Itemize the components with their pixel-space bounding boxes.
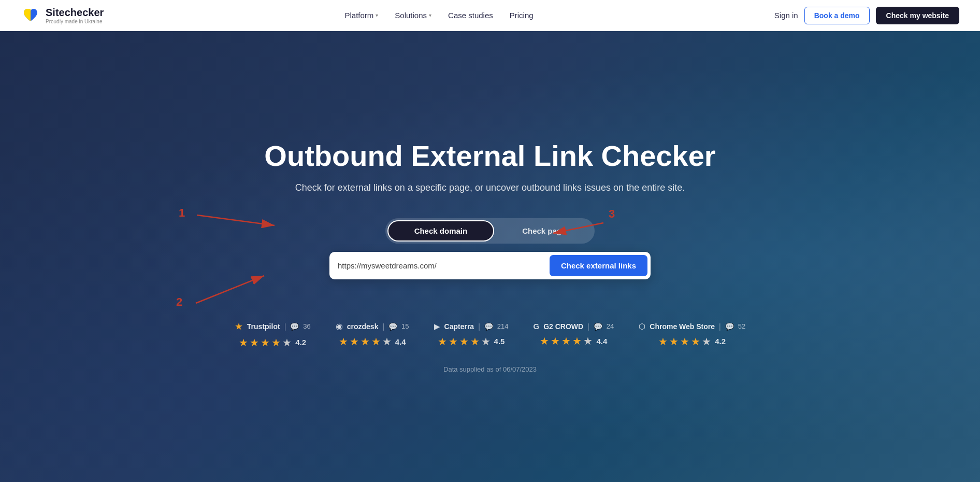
check-external-links-button[interactable]: Check external links bbox=[550, 255, 647, 276]
page-title: Outbound External Link Checker bbox=[264, 140, 715, 172]
rating-trustpilot: ★ Trustpilot | 💬 36 ★ ★ ★ ★ ★ 4.2 bbox=[235, 321, 311, 349]
chevron-down-icon: ▾ bbox=[429, 12, 431, 18]
star-rating: ★ ★ ★ ★ ★ 4.5 bbox=[438, 335, 505, 348]
g2-icon: G bbox=[533, 322, 539, 331]
logo-text: Sitechecker Proudly made in Ukraine bbox=[46, 7, 104, 24]
logo-name: Sitechecker bbox=[46, 7, 104, 19]
crozdesk-icon: ◉ bbox=[336, 321, 343, 331]
star-rating: ★ ★ ★ ★ ★ 4.4 bbox=[339, 335, 406, 348]
chat-icon: 💬 bbox=[388, 322, 397, 331]
chevron-down-icon: ▾ bbox=[376, 12, 378, 18]
rating-capterra: ▶ Capterra | 💬 214 ★ ★ ★ ★ ★ 4.5 bbox=[434, 322, 509, 348]
url-input[interactable] bbox=[338, 261, 550, 270]
check-website-button[interactable]: Check my website bbox=[876, 7, 959, 24]
url-search-bar: Check external links bbox=[329, 252, 651, 279]
hero-section: 1 2 3 Outbound External Link Checker Che… bbox=[0, 31, 980, 482]
tab-check-page[interactable]: Check page bbox=[495, 220, 593, 242]
chrome-icon: ⬡ bbox=[639, 322, 645, 331]
nav-platform[interactable]: Platform ▾ bbox=[344, 11, 378, 20]
rating-g2crowd: G G2 CROWD | 💬 24 ★ ★ ★ ★ ★ 4.4 bbox=[533, 322, 614, 347]
chat-icon: 💬 bbox=[725, 322, 734, 331]
tab-check-domain[interactable]: Check domain bbox=[387, 220, 495, 242]
nav-solutions[interactable]: Solutions ▾ bbox=[395, 11, 431, 20]
book-demo-button[interactable]: Book a demo bbox=[804, 7, 870, 24]
star-rating: ★ ★ ★ ★ ★ 4.4 bbox=[540, 335, 607, 347]
nav-links: Platform ▾ Solutions ▾ Case studies Pric… bbox=[344, 11, 533, 20]
hero-subtitle: Check for external links on a specific p… bbox=[295, 182, 685, 193]
nav-actions: Sign in Book a demo Check my website bbox=[774, 7, 959, 24]
signin-button[interactable]: Sign in bbox=[774, 11, 798, 20]
capterra-icon: ▶ bbox=[434, 322, 440, 331]
logo-sub: Proudly made in Ukraine bbox=[46, 19, 104, 24]
data-note: Data supplied as of 06/07/2023 bbox=[443, 365, 537, 373]
logo-icon bbox=[21, 6, 40, 25]
chat-icon: 💬 bbox=[290, 322, 299, 331]
chat-icon: 💬 bbox=[484, 322, 493, 331]
navbar: Sitechecker Proudly made in Ukraine Plat… bbox=[0, 0, 980, 31]
ratings-row: ★ Trustpilot | 💬 36 ★ ★ ★ ★ ★ 4.2 bbox=[235, 321, 745, 349]
chat-icon: 💬 bbox=[594, 322, 602, 331]
rating-crozdesk: ◉ crozdesk | 💬 15 ★ ★ ★ ★ ★ 4.4 bbox=[336, 321, 409, 348]
trustpilot-icon: ★ bbox=[235, 321, 243, 332]
hero-content: Outbound External Link Checker Check for… bbox=[0, 140, 980, 373]
check-tabs: Check domain Check page bbox=[385, 218, 595, 244]
star-rating: ★ ★ ★ ★ ★ 4.2 bbox=[658, 335, 726, 348]
logo[interactable]: Sitechecker Proudly made in Ukraine bbox=[21, 6, 104, 25]
star-rating: ★ ★ ★ ★ ★ 4.2 bbox=[239, 336, 306, 349]
rating-chrome-web-store: ⬡ Chrome Web Store | 💬 52 ★ ★ ★ ★ ★ 4.2 bbox=[639, 322, 745, 348]
nav-pricing[interactable]: Pricing bbox=[510, 11, 534, 20]
nav-case-studies[interactable]: Case studies bbox=[448, 11, 493, 20]
